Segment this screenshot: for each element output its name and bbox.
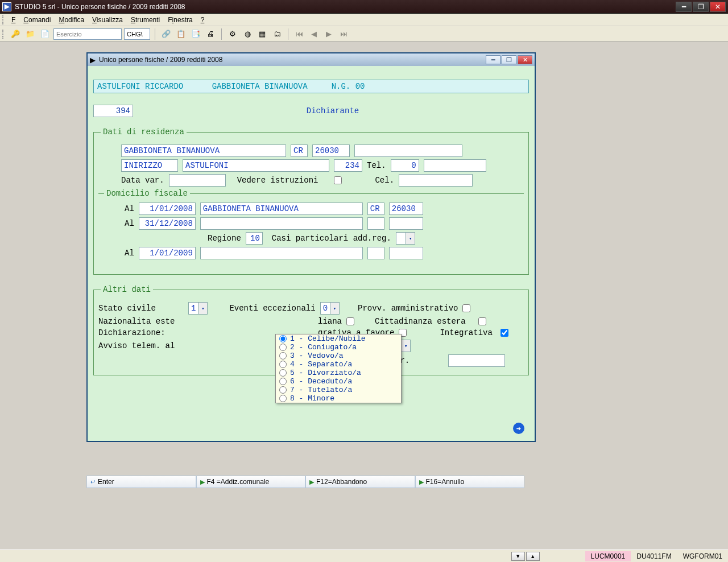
minimize-button[interactable]: ━: [676, 2, 692, 12]
residenza-cap[interactable]: 26030: [312, 144, 350, 157]
data-var-field[interactable]: [169, 174, 226, 187]
menu-modifica[interactable]: Modifica: [55, 15, 88, 25]
function-key[interactable]: ▶F12=Abbandono: [305, 476, 415, 488]
cel-field[interactable]: [399, 174, 473, 187]
residenza-surname[interactable]: ASTULFONI: [183, 159, 329, 172]
tb-key-icon[interactable]: 🔑: [9, 28, 22, 40]
function-key[interactable]: ↵Enter: [86, 476, 196, 488]
al-label-3: Al: [125, 249, 134, 258]
child-minimize-button[interactable]: ━: [486, 55, 500, 64]
menu-handle[interactable]: [2, 15, 5, 24]
menu-visualizza[interactable]: Visualizza: [89, 15, 126, 25]
stato-civile-option-label: 1 - Celibe/Nubile: [290, 334, 366, 343]
domicilio-date-2[interactable]: 31/12/2008: [139, 217, 196, 230]
provv-checkbox[interactable]: [462, 304, 470, 312]
inirizzo-label-field[interactable]: INIRIZZO: [121, 159, 178, 172]
stato-civile-radio[interactable]: [279, 395, 287, 402]
child-close-button[interactable]: ✕: [518, 55, 532, 64]
tb-grid-icon[interactable]: ▦: [256, 28, 268, 40]
domicilio-prov-3[interactable]: [367, 247, 384, 259]
eventi-combo[interactable]: 0▾: [320, 302, 340, 315]
stato-civile-option[interactable]: 7 - Tutelato/a: [276, 386, 401, 394]
status-down-button[interactable]: ▼: [511, 552, 525, 561]
vedere-checkbox[interactable]: [334, 176, 342, 184]
menu-comandi[interactable]: Comandi: [20, 15, 54, 25]
stato-civile-option[interactable]: 2 - Coniugato/a: [276, 343, 401, 352]
stato-civile-radio[interactable]: [279, 344, 287, 351]
stato-civile-combo[interactable]: 1▾: [188, 302, 208, 315]
domicilio-cap-1[interactable]: 26030: [389, 203, 423, 215]
tb-copy-icon[interactable]: 📋: [175, 28, 187, 40]
domicilio-city-3[interactable]: [200, 247, 363, 259]
stato-civile-label: Stato civile: [98, 304, 184, 313]
child-maximize-button[interactable]: ❐: [502, 55, 516, 64]
child-window: ▶ Unico persone fisiche / 2009 redditi 2…: [86, 52, 536, 442]
stato-civile-option[interactable]: 6 - Deceduto/a: [276, 377, 401, 386]
residenza-city[interactable]: GABBIONETA BINANUOVA: [121, 144, 286, 157]
tb-link-icon[interactable]: 🔗: [160, 28, 172, 40]
stato-civile-option[interactable]: 1 - Celibe/Nubile: [276, 334, 401, 343]
domicilio-cap-3[interactable]: [389, 247, 423, 259]
stato-civile-radio[interactable]: [279, 386, 287, 394]
menu-help[interactable]: ?: [197, 15, 208, 25]
esercizio-select[interactable]: [53, 28, 122, 40]
integrativa-checkbox[interactable]: [500, 329, 508, 337]
data-var-label: Data var.: [121, 176, 164, 185]
legend-domicilio: Domicilio fiscale: [104, 189, 190, 198]
cittadinanza-checkbox[interactable]: [478, 317, 486, 325]
person-header: ASTULFONI RICCARDO GABBIONETA BINANUOVA …: [93, 80, 529, 93]
stato-civile-option[interactable]: 8 - Minore: [276, 394, 401, 403]
menu-finestra[interactable]: Finestra: [164, 15, 196, 25]
domicilio-prov-2[interactable]: [367, 217, 384, 230]
tb-gear-icon[interactable]: ⚙: [226, 28, 239, 40]
tb-folder-icon[interactable]: 📁: [24, 28, 36, 40]
toolbar-handle[interactable]: [2, 30, 5, 39]
menu-file[interactable]: F: [8, 15, 19, 25]
residenza-prov[interactable]: CR: [291, 144, 308, 157]
status-up-button[interactable]: ▲: [526, 552, 540, 561]
stato-civile-option[interactable]: 4 - Separato/a: [276, 360, 401, 369]
data-stampa-field[interactable]: [448, 354, 505, 367]
maximize-button[interactable]: ❐: [693, 2, 709, 12]
next-page-arrow-icon[interactable]: ➔: [513, 423, 524, 434]
casi-combo[interactable]: ▾: [396, 232, 415, 245]
tel-number[interactable]: [424, 159, 486, 172]
tb-last-icon[interactable]: ⏭: [337, 28, 350, 40]
tb-first-icon[interactable]: ⏮: [293, 28, 305, 40]
tb-prev-icon[interactable]: ◀: [308, 28, 320, 40]
function-key[interactable]: ▶F16=Annullo: [415, 476, 525, 488]
stato-civile-option[interactable]: 3 - Vedovo/a: [276, 352, 401, 360]
residenza-extra[interactable]: [354, 144, 462, 157]
stato-civile-radio[interactable]: [279, 369, 287, 377]
tel-label: Tel.: [367, 161, 386, 170]
stato-civile-radio[interactable]: [279, 378, 287, 385]
chg-field[interactable]: [124, 28, 150, 40]
stato-civile-option[interactable]: 5 - Divorziato/a: [276, 369, 401, 377]
stato-civile-radio[interactable]: [279, 335, 287, 342]
stato-civile-radio[interactable]: [279, 352, 287, 359]
regione-field[interactable]: 10: [246, 232, 263, 245]
statusbar: ▼ ▲ LUCM0001 DU4011FM WGFORM01: [0, 549, 728, 562]
domicilio-city-2[interactable]: [200, 217, 363, 230]
stato-civile-radio[interactable]: [279, 361, 287, 368]
close-button[interactable]: ✕: [710, 2, 726, 12]
tb-wheel-icon[interactable]: ◍: [241, 28, 254, 40]
stato-civile-popup[interactable]: 1 - Celibe/Nubile2 - Coniugato/a3 - Vedo…: [275, 334, 402, 403]
domicilio-date-3[interactable]: 1/01/2009: [139, 247, 196, 259]
domicilio-date-1[interactable]: 1/01/2008: [139, 203, 196, 215]
tb-print-icon[interactable]: 🖨: [204, 28, 217, 40]
tel-prefix[interactable]: 0: [391, 159, 419, 172]
italiana-checkbox[interactable]: [346, 317, 354, 325]
tb-paste-icon[interactable]: 📑: [189, 28, 202, 40]
residenza-civico[interactable]: 234: [334, 159, 362, 172]
tb-sheet-icon[interactable]: 📄: [39, 28, 51, 40]
menubar: F Comandi Modifica Visualizza Strumenti …: [0, 14, 728, 26]
domicilio-city-1[interactable]: GABBIONETA BINANUOVA: [200, 203, 363, 215]
menu-strumenti[interactable]: Strumenti: [127, 15, 163, 25]
tb-next-icon[interactable]: ▶: [322, 28, 335, 40]
domicilio-cap-2[interactable]: [389, 217, 423, 230]
function-key[interactable]: ▶F4 =Addiz.comunale: [196, 476, 306, 488]
child-titlebar[interactable]: ▶ Unico persone fisiche / 2009 redditi 2…: [88, 53, 535, 66]
domicilio-prov-1[interactable]: CR: [367, 203, 384, 215]
tb-cascade-icon[interactable]: 🗂: [271, 28, 283, 40]
